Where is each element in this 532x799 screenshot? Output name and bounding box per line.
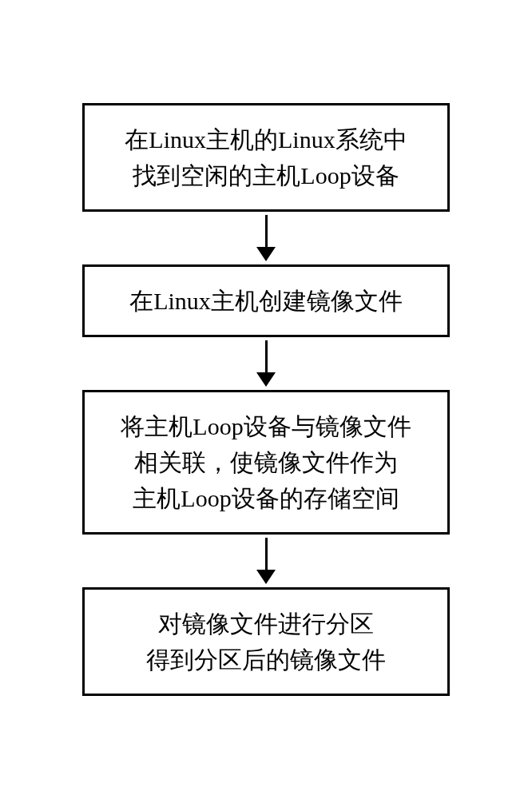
step-text: 将主机Loop设备与镜像文件相关联，使镜像文件作为主机Loop设备的存储空间 bbox=[121, 413, 411, 511]
step-text: 对镜像文件进行分区得到分区后的镜像文件 bbox=[146, 610, 386, 673]
arrow-down-icon bbox=[256, 538, 276, 584]
step-box-4: 对镜像文件进行分区得到分区后的镜像文件 bbox=[82, 587, 450, 696]
step-text: 在Linux主机创建镜像文件 bbox=[129, 288, 403, 314]
step-box-1: 在Linux主机的Linux系统中找到空闲的主机Loop设备 bbox=[82, 103, 450, 212]
step-box-3: 将主机Loop设备与镜像文件相关联，使镜像文件作为主机Loop设备的存储空间 bbox=[82, 390, 450, 535]
arrow-down-icon bbox=[256, 340, 276, 387]
step-text: 在Linux主机的Linux系统中找到空闲的主机Loop设备 bbox=[125, 126, 407, 189]
flowchart-container: 在Linux主机的Linux系统中找到空闲的主机Loop设备 在Linux主机创… bbox=[0, 103, 532, 696]
arrow-down-icon bbox=[256, 215, 276, 261]
step-box-2: 在Linux主机创建镜像文件 bbox=[82, 264, 450, 337]
